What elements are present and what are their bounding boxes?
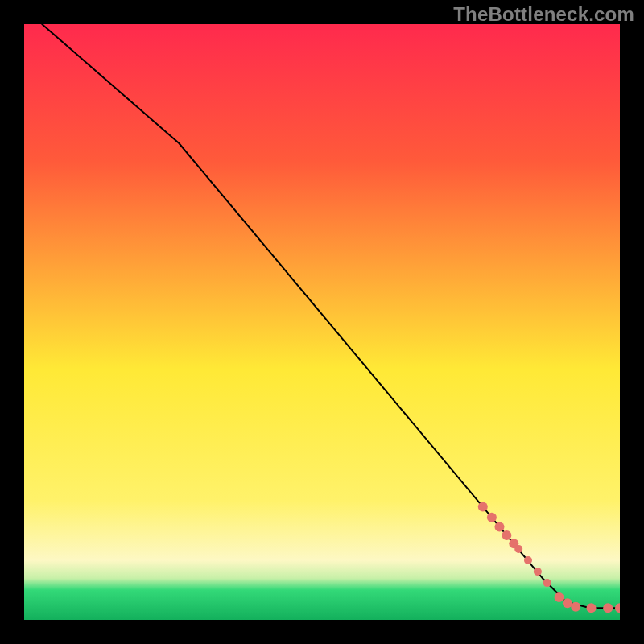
data-point (563, 598, 572, 608)
data-point (495, 522, 505, 532)
watermark-text: TheBottleneck.com (453, 3, 634, 26)
plot-area (24, 24, 620, 620)
chart-frame-outer: TheBottleneck.com (0, 0, 644, 644)
data-point (555, 592, 564, 602)
data-point (478, 502, 488, 511)
heat-gradient-background (24, 24, 620, 620)
data-point (543, 579, 551, 587)
data-point (514, 545, 522, 553)
data-point (524, 556, 532, 564)
plot-svg (24, 24, 620, 620)
data-point (534, 568, 542, 576)
data-point (487, 513, 497, 522)
data-point (571, 602, 580, 612)
data-point (603, 603, 613, 613)
data-point (502, 530, 511, 540)
data-point (587, 603, 597, 613)
